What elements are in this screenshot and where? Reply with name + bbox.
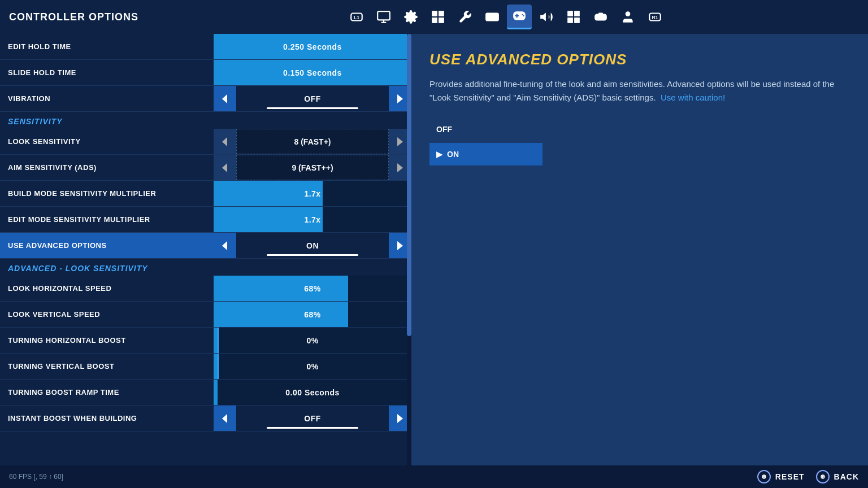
- edit-mode-mult-row[interactable]: EDIT MODE SENSITIVITY MULTIPLIER 1.7x: [0, 207, 411, 233]
- turning-horiz-boost-row[interactable]: TURNING HORIZONTAL BOOST 0%: [0, 328, 411, 354]
- look-sensitivity-row[interactable]: LOOK SENSITIVITY 8 (FAST+): [0, 129, 411, 155]
- svg-point-32: [763, 476, 765, 477]
- use-advanced-value: ON: [236, 233, 389, 258]
- svg-rect-6: [439, 11, 444, 16]
- detail-title: USE ADVANCED OPTIONS: [429, 51, 851, 68]
- edit-hold-time-value: 0.250 Seconds: [214, 34, 411, 59]
- left-panel: EDIT HOLD TIME 0.250 Seconds SLIDE HOLD …: [0, 34, 413, 465]
- look-sensitivity-value: 8 (FAST+): [236, 129, 389, 154]
- layout-icon-btn[interactable]: [426, 5, 450, 29]
- turning-boost-ramp-label: TURNING BOOST RAMP TIME: [8, 388, 214, 396]
- right-panel: USE ADVANCED OPTIONS Provides additional…: [413, 34, 868, 465]
- advanced-section-title: ADVANCED - LOOK SENSITIVITY: [8, 264, 148, 273]
- turning-vert-boost-label: TURNING VERTICAL BOOST: [8, 362, 214, 371]
- vibration-label: VIBRATION: [8, 94, 214, 103]
- vibration-left-arrow[interactable]: [214, 86, 236, 111]
- back-button[interactable]: BACK: [816, 470, 859, 483]
- monitor-icon-btn[interactable]: [371, 5, 396, 29]
- advanced-section-header: ADVANCED - LOOK SENSITIVITY: [0, 259, 411, 276]
- gear-icon-btn[interactable]: [398, 5, 423, 29]
- r1-button[interactable]: R1: [643, 5, 667, 29]
- reset-button[interactable]: RESET: [757, 470, 805, 483]
- edit-hold-time-label: EDIT HOLD TIME: [8, 42, 214, 51]
- audio-icon-btn[interactable]: [534, 5, 559, 29]
- nav-icons: L1: [344, 5, 667, 29]
- look-sensitivity-control: 8 (FAST+): [214, 129, 411, 154]
- page-title: CONTROLLER OPTIONS: [9, 11, 138, 23]
- aim-sensitivity-control: 9 (FAST++): [214, 155, 411, 180]
- option-off[interactable]: OFF: [429, 118, 542, 141]
- look-horiz-speed-row[interactable]: LOOK HORIZONTAL SPEED 68%: [0, 276, 411, 302]
- person-icon-btn[interactable]: [615, 5, 640, 29]
- svg-marker-27: [222, 241, 227, 250]
- reset-icon: [757, 470, 771, 483]
- build-mode-mult-label: BUILD MODE SENSITIVITY MULTIPLIER: [8, 189, 214, 198]
- svg-rect-15: [568, 11, 572, 16]
- look-horiz-speed-label: LOOK HORIZONTAL SPEED: [8, 284, 214, 293]
- use-advanced-control: ON: [214, 233, 411, 258]
- wrench-icon-btn[interactable]: [453, 5, 478, 29]
- svg-marker-22: [397, 94, 403, 103]
- edit-hold-time-row[interactable]: EDIT HOLD TIME 0.250 Seconds: [0, 34, 411, 60]
- fps-counter: 60 FPS [, 59 ↑ 60]: [9, 473, 63, 481]
- svg-rect-17: [568, 18, 572, 23]
- vibration-control: OFF: [214, 86, 411, 111]
- use-advanced-label: USE ADVANCED OPTIONS: [8, 241, 214, 250]
- svg-marker-28: [397, 241, 403, 250]
- back-icon: [816, 470, 830, 483]
- gamepad-icon-btn[interactable]: [588, 5, 613, 29]
- svg-rect-9: [486, 14, 498, 21]
- svg-rect-2: [377, 11, 390, 20]
- svg-point-34: [822, 476, 823, 477]
- top-nav: CONTROLLER OPTIONS L1: [0, 0, 868, 34]
- sensitivity-section-header: SENSITIVITY: [0, 112, 411, 129]
- l1-button[interactable]: L1: [344, 5, 369, 29]
- slide-hold-time-row[interactable]: SLIDE HOLD TIME 0.150 Seconds: [0, 60, 411, 86]
- svg-marker-26: [397, 163, 403, 172]
- aim-sensitivity-left-arrow[interactable]: [214, 155, 236, 180]
- vibration-value: OFF: [236, 86, 389, 111]
- turning-horiz-boost-label: TURNING HORIZONTAL BOOST: [8, 336, 214, 345]
- turning-horiz-boost-value: 0%: [214, 328, 411, 353]
- back-label: BACK: [834, 472, 859, 481]
- svg-text:L1: L1: [353, 15, 359, 20]
- controller-icon-btn[interactable]: [507, 5, 532, 29]
- svg-rect-18: [575, 18, 579, 23]
- turning-vert-boost-value: 0%: [214, 354, 411, 379]
- instant-boost-left-arrow[interactable]: [214, 406, 236, 431]
- build-mode-mult-row[interactable]: BUILD MODE SENSITIVITY MULTIPLIER 1.7x: [0, 181, 411, 207]
- option-on[interactable]: ▶ ON: [429, 143, 542, 165]
- edit-hold-time-control: 0.250 Seconds: [214, 34, 411, 59]
- look-vert-speed-control: 68%: [214, 302, 411, 327]
- use-advanced-row[interactable]: USE ADVANCED OPTIONS ON: [0, 233, 411, 259]
- instant-boost-row[interactable]: INSTANT BOOST WHEN BUILDING OFF: [0, 406, 411, 432]
- svg-marker-30: [397, 414, 403, 423]
- turning-vert-boost-row[interactable]: TURNING VERTICAL BOOST 0%: [0, 354, 411, 380]
- svg-marker-23: [222, 137, 227, 146]
- grid-icon-btn[interactable]: [561, 5, 586, 29]
- use-advanced-left-arrow[interactable]: [214, 233, 236, 258]
- keyboard-icon-btn[interactable]: [480, 5, 505, 29]
- look-horiz-speed-control: 68%: [214, 276, 411, 301]
- look-sensitivity-left-arrow[interactable]: [214, 129, 236, 154]
- main-layout: EDIT HOLD TIME 0.250 Seconds SLIDE HOLD …: [0, 34, 868, 465]
- svg-marker-21: [222, 94, 227, 103]
- scrollbar[interactable]: [407, 34, 411, 465]
- instant-boost-label: INSTANT BOOST WHEN BUILDING: [8, 414, 214, 422]
- svg-marker-29: [222, 414, 227, 423]
- look-vert-speed-row[interactable]: LOOK VERTICAL SPEED 68%: [0, 302, 411, 328]
- instant-boost-value: OFF: [236, 406, 389, 431]
- turning-vert-boost-control: 0%: [214, 354, 411, 379]
- reset-label: RESET: [775, 472, 805, 481]
- vibration-row[interactable]: VIBRATION OFF: [0, 86, 411, 112]
- bottom-actions: RESET BACK: [757, 470, 859, 483]
- look-horiz-speed-value: 68%: [214, 276, 411, 301]
- aim-sensitivity-label: AIM SENSITIVITY (ADS): [8, 163, 214, 172]
- svg-text:R1: R1: [652, 15, 658, 20]
- bottom-bar: 60 FPS [, 59 ↑ 60] RESET BACK: [0, 465, 868, 488]
- turning-horiz-boost-control: 0%: [214, 328, 411, 353]
- edit-mode-mult-value: 1.7x: [214, 207, 411, 232]
- aim-sensitivity-row[interactable]: AIM SENSITIVITY (ADS) 9 (FAST++): [0, 155, 411, 181]
- build-mode-mult-control: 1.7x: [214, 181, 411, 206]
- turning-boost-ramp-row[interactable]: TURNING BOOST RAMP TIME 0.00 Seconds: [0, 380, 411, 406]
